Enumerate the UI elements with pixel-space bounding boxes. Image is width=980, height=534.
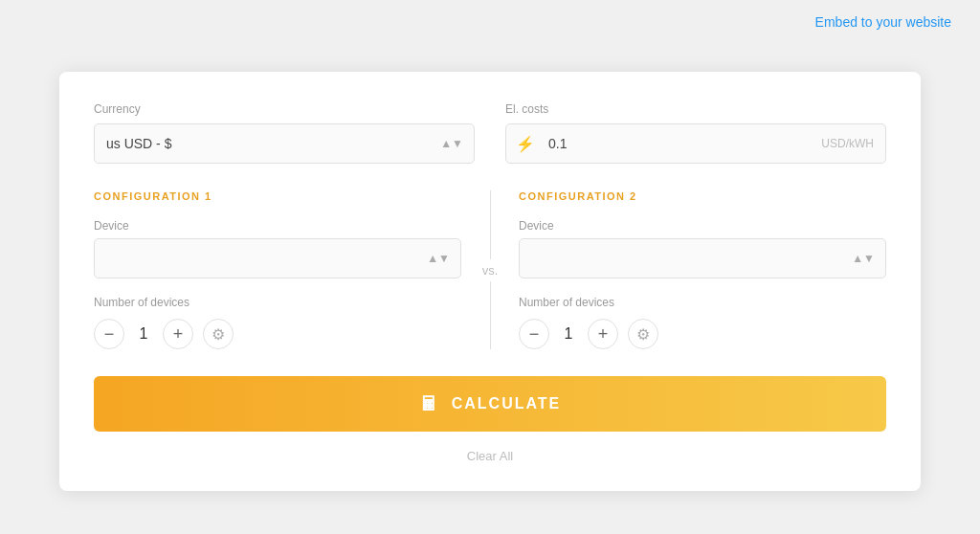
config2-section: CONFIGURATION 2 Device ▲▼ Number of devi…: [519, 190, 886, 349]
config2-gear-btn[interactable]: ⚙: [628, 319, 658, 349]
vs-divider: vs.: [461, 190, 519, 349]
config1-num-devices-label: Number of devices: [94, 296, 461, 309]
config1-gear-btn[interactable]: ⚙: [203, 319, 234, 349]
config1-plus-btn[interactable]: +: [163, 319, 193, 349]
config2-stepper-value: 1: [559, 325, 578, 343]
lightning-icon: ⚡: [506, 135, 545, 153]
config1-stepper-value: 1: [134, 325, 153, 343]
elcosts-group: El. costs ⚡ USD/kWH: [505, 102, 886, 164]
config2-device-select-wrapper: ▲▼: [519, 238, 886, 278]
config2-plus-btn[interactable]: +: [588, 319, 618, 349]
clear-all-button[interactable]: Clear All: [467, 449, 513, 463]
config1-device-select[interactable]: [94, 238, 461, 278]
clear-all-row: Clear All: [94, 447, 886, 464]
currency-group: Currency us USD - $ eu EUR - € gb GBP - …: [94, 102, 475, 164]
config2-title: CONFIGURATION 2: [519, 190, 886, 202]
config1-stepper-row: − 1 + ⚙: [94, 319, 461, 349]
config1-device-label: Device: [94, 219, 461, 233]
embed-link[interactable]: Embed to your website: [815, 14, 951, 30]
calculate-button[interactable]: 🖩 CALCULATE: [94, 376, 886, 432]
currency-select[interactable]: us USD - $ eu EUR - € gb GBP - £: [94, 123, 475, 164]
config2-device-label: Device: [519, 219, 886, 233]
configs-row: CONFIGURATION 1 Device ▲▼ Number of devi…: [94, 190, 886, 349]
vs-label: vs.: [482, 259, 499, 281]
elcosts-unit: USD/kWH: [810, 137, 885, 150]
config1-title: CONFIGURATION 1: [94, 190, 461, 202]
config1-section: CONFIGURATION 1 Device ▲▼ Number of devi…: [94, 190, 461, 349]
elcosts-input[interactable]: [545, 136, 810, 151]
elcosts-label: El. costs: [505, 102, 886, 116]
calculator-icon: 🖩: [419, 393, 440, 415]
elcosts-input-wrapper: ⚡ USD/kWH: [505, 123, 886, 164]
calculate-button-label: CALCULATE: [452, 395, 562, 412]
main-card: Currency us USD - $ eu EUR - € gb GBP - …: [59, 72, 921, 491]
config2-device-select[interactable]: [519, 238, 886, 278]
config2-minus-btn[interactable]: −: [519, 319, 549, 349]
top-fields: Currency us USD - $ eu EUR - € gb GBP - …: [94, 102, 886, 164]
currency-select-wrapper: us USD - $ eu EUR - € gb GBP - £ ▲▼: [94, 123, 475, 164]
config1-minus-btn[interactable]: −: [94, 319, 124, 349]
config1-device-select-wrapper: ▲▼: [94, 238, 461, 278]
config2-num-devices-label: Number of devices: [519, 296, 886, 309]
currency-label: Currency: [94, 102, 475, 116]
config2-stepper-row: − 1 + ⚙: [519, 319, 886, 349]
